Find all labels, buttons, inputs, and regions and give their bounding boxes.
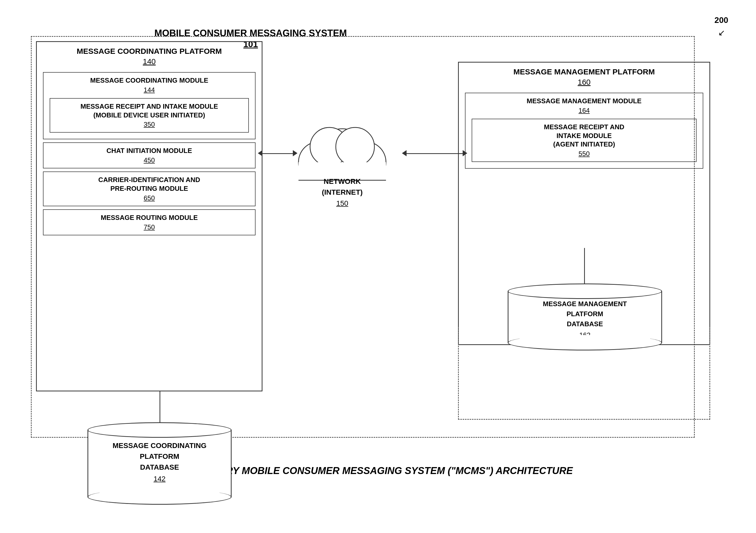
right-platform-number: 160 bbox=[459, 78, 710, 90]
left-platform-title: MESSAGE COORDINATING PLATFORM bbox=[37, 42, 262, 57]
mgmt-module-number: 164 bbox=[468, 107, 700, 115]
left-platform-number: 140 bbox=[37, 57, 262, 69]
right-module-to-db-line bbox=[584, 248, 585, 284]
left-db-title: MESSAGE COORDINATING PLATFORM DATABASE bbox=[88, 440, 231, 473]
routing-module-number: 750 bbox=[46, 223, 253, 231]
mgmt-module-title-area: MESSAGE MANAGEMENT MODULE 164 bbox=[466, 93, 703, 116]
receipt-module-right: MESSAGE RECEIPT AND INTAKE MODULE (AGENT… bbox=[472, 119, 696, 162]
receipt-module-left-title: MESSAGE RECEIPT AND INTAKE MODULE (MOBIL… bbox=[53, 102, 246, 120]
carrier-module-title: CARRIER-IDENTIFICATION AND PRE-ROUTING M… bbox=[46, 176, 253, 193]
coord-module-title-area: MESSAGE COORDINATING MODULE 144 bbox=[43, 72, 255, 95]
receipt-module-left: MESSAGE RECEIPT AND INTAKE MODULE (MOBIL… bbox=[50, 98, 249, 133]
left-db-number: 142 bbox=[88, 475, 231, 483]
receipt-module-right-title: MESSAGE RECEIPT AND INTAKE MODULE (AGENT… bbox=[475, 123, 693, 149]
routing-module: MESSAGE ROUTING MODULE 750 bbox=[43, 209, 256, 235]
receipt-module-left-number: 350 bbox=[53, 121, 246, 128]
network-to-right-line bbox=[407, 153, 463, 154]
right-db-top-ellipse bbox=[508, 284, 662, 299]
left-database: MESSAGE COORDINATING PLATFORM DATABASE 1… bbox=[88, 422, 231, 505]
left-to-network-line bbox=[262, 153, 293, 154]
chat-module-number: 450 bbox=[46, 156, 253, 164]
figure-number: 200 bbox=[715, 15, 728, 25]
chat-module-title: CHAT INITIATION MODULE bbox=[46, 147, 253, 155]
diagram-container: 200 ↙ MOBILE CONSUMER MESSAGING SYSTEM 1… bbox=[15, 15, 736, 492]
left-platform-to-db-line bbox=[160, 391, 160, 422]
receipt-module-right-number: 550 bbox=[475, 150, 693, 158]
left-platform: MESSAGE COORDINATING PLATFORM 140 MESSAG… bbox=[36, 41, 262, 391]
network-number: 150 bbox=[278, 199, 407, 208]
right-db-bottom-ellipse bbox=[508, 335, 662, 351]
chat-module: CHAT INITIATION MODULE 450 bbox=[43, 142, 256, 168]
arrow-left-to-network-right bbox=[293, 150, 297, 156]
figure-arrow: ↙ bbox=[718, 28, 725, 38]
right-db-title: MESSAGE MANAGEMENT PLATFORM DATABASE bbox=[508, 299, 661, 329]
coord-module-title: MESSAGE COORDINATING MODULE bbox=[46, 76, 253, 85]
right-platform: MESSAGE MANAGEMENT PLATFORM 160 MESSAGE … bbox=[458, 62, 710, 345]
mgmt-module-title: MESSAGE MANAGEMENT MODULE bbox=[468, 97, 700, 105]
right-platform-title: MESSAGE MANAGEMENT PLATFORM bbox=[459, 63, 710, 78]
network-cloud: NETWORK (INTERNET) 150 bbox=[278, 113, 407, 208]
right-platform-title-text: MESSAGE MANAGEMENT PLATFORM bbox=[513, 68, 655, 76]
arrow-left-to-network-left bbox=[258, 150, 262, 156]
left-db-bottom-ellipse bbox=[88, 489, 231, 505]
carrier-module: CARRIER-IDENTIFICATION AND PRE-ROUTING M… bbox=[43, 172, 256, 206]
left-db-top-ellipse bbox=[88, 422, 231, 438]
carrier-module-number: 650 bbox=[46, 194, 253, 202]
left-db-body: MESSAGE COORDINATING PLATFORM DATABASE 1… bbox=[88, 430, 231, 497]
routing-module-title: MESSAGE ROUTING MODULE bbox=[46, 213, 253, 222]
left-platform-title-text: MESSAGE COORDINATING PLATFORM bbox=[77, 47, 222, 55]
right-database-inner: MESSAGE MANAGEMENT PLATFORM DATABASE 162 bbox=[508, 284, 662, 351]
svg-point-4 bbox=[336, 127, 374, 166]
coord-module-outer: MESSAGE COORDINATING MODULE 144 MESSAGE … bbox=[43, 72, 256, 139]
arrow-network-to-right-left bbox=[402, 150, 407, 156]
mgmt-module-outer: MESSAGE MANAGEMENT MODULE 164 MESSAGE RE… bbox=[465, 93, 703, 169]
coord-module-number: 144 bbox=[46, 86, 253, 94]
